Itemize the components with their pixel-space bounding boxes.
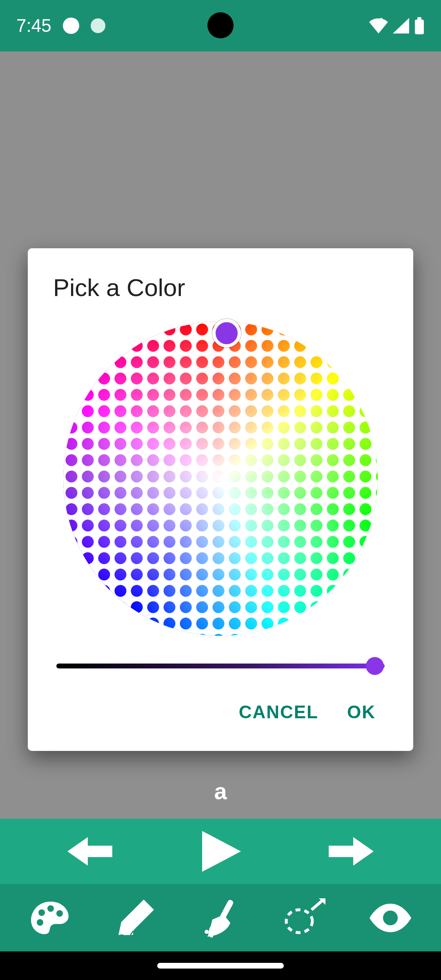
status-left: 7:45 (16, 16, 105, 36)
cancel-button[interactable]: CANCEL (239, 702, 318, 722)
broom-icon (200, 898, 241, 938)
ok-button[interactable]: OK (347, 702, 376, 722)
color-wheel-selector[interactable] (212, 319, 241, 347)
pen-size-badge: 4 (129, 928, 136, 942)
value-slider-track (56, 664, 385, 668)
cell-signal-icon (393, 18, 409, 33)
brush-button[interactable] (196, 893, 245, 942)
svg-point-4 (38, 909, 45, 916)
value-slider[interactable] (56, 654, 385, 678)
notification-dot-icon (63, 18, 79, 34)
arrow-right-icon (329, 835, 374, 868)
palette-icon (30, 900, 71, 936)
svg-point-13 (383, 911, 398, 925)
play-icon (198, 829, 243, 874)
dialog-title: Pick a Color (53, 274, 388, 302)
svg-point-6 (56, 910, 63, 917)
nav-pill[interactable] (157, 963, 284, 969)
battery-icon (414, 17, 425, 34)
lasso-arrow-icon (283, 898, 328, 938)
preview-button[interactable] (366, 893, 415, 942)
lasso-button[interactable] (281, 893, 330, 942)
clock-time: 7:45 (16, 16, 51, 36)
eye-icon (368, 902, 413, 934)
tool-bar: 4 (0, 884, 441, 951)
svg-rect-2 (415, 20, 424, 34)
gesture-nav-bar (0, 951, 441, 980)
camera-hole (207, 12, 234, 38)
next-button[interactable] (329, 835, 374, 868)
color-picker-dialog: Pick a Color CANCEL OK (28, 248, 413, 751)
svg-point-12 (286, 910, 312, 933)
notification-app-icon (91, 18, 105, 33)
svg-rect-3 (417, 17, 421, 20)
canvas-letter: a (214, 778, 227, 804)
color-wheel-gradient (63, 321, 378, 636)
value-slider-thumb[interactable] (366, 657, 384, 675)
palette-button[interactable] (26, 893, 75, 942)
arrow-left-icon (67, 835, 112, 868)
wifi-icon (369, 18, 388, 33)
dialog-actions: CANCEL OK (53, 690, 388, 735)
color-wheel[interactable] (63, 321, 378, 636)
svg-point-5 (47, 905, 54, 912)
svg-point-11 (210, 934, 213, 938)
play-button[interactable] (198, 829, 243, 874)
status-right (369, 17, 425, 34)
pen-button[interactable]: 4 (111, 893, 160, 942)
svg-point-7 (37, 919, 43, 926)
playback-bar (0, 819, 441, 884)
svg-point-10 (205, 930, 209, 934)
prev-button[interactable] (67, 835, 112, 868)
